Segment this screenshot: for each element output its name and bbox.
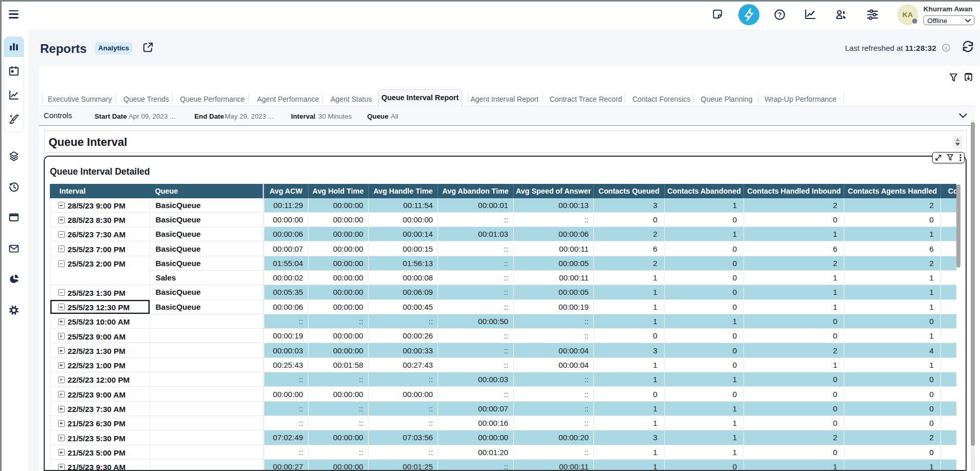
svg-text:i: i — [945, 45, 947, 50]
svg-text:?: ? — [778, 11, 782, 18]
